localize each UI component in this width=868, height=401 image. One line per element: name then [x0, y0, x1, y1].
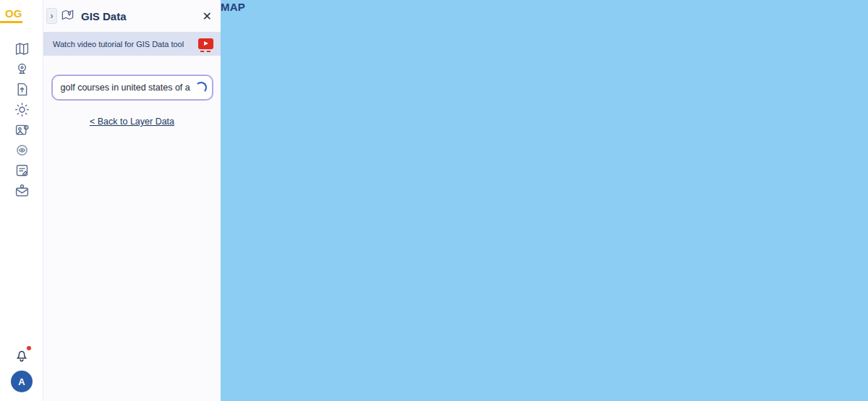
banner-label: Watch video tutorial for GIS Data tool: [53, 40, 184, 48]
app-sidebar: MAPOG A: [0, 0, 43, 401]
form-edit-icon[interactable]: [14, 162, 30, 179]
panel-title: GIS Data: [81, 10, 127, 22]
app-root: Atla Oce P O: [0, 0, 868, 401]
gis-data-panel: › GIS Data ✕ Watch video tutorial for GI…: [43, 0, 221, 401]
youtube-icon[interactable]: [198, 38, 213, 49]
gear-icon[interactable]: [14, 101, 30, 118]
back-to-layer-data-link[interactable]: < Back to Layer Data: [43, 117, 221, 127]
photo-user-icon[interactable]: [14, 122, 30, 138]
loading-spinner-icon: [195, 82, 207, 93]
panel-close-button[interactable]: ✕: [203, 9, 212, 23]
file-upload-icon[interactable]: [14, 81, 30, 98]
mapog-logo[interactable]: MAPOG: [0, 0, 22, 23]
notification-dot: [27, 346, 31, 350]
gis-data-icon: [61, 8, 75, 25]
gis-search-input[interactable]: [51, 75, 213, 101]
panel-collapse-button[interactable]: ›: [46, 8, 57, 24]
gear-eye-icon[interactable]: [14, 142, 30, 159]
panel-header: › GIS Data ✕: [43, 0, 221, 32]
mail-pin-icon[interactable]: [14, 182, 30, 199]
user-avatar[interactable]: A: [11, 371, 33, 392]
location-pin-icon[interactable]: [14, 61, 30, 77]
notification-bell-icon[interactable]: [14, 347, 30, 363]
video-tutorial-banner[interactable]: Watch video tutorial for GIS Data tool: [43, 32, 221, 56]
map-icon[interactable]: [14, 41, 30, 57]
